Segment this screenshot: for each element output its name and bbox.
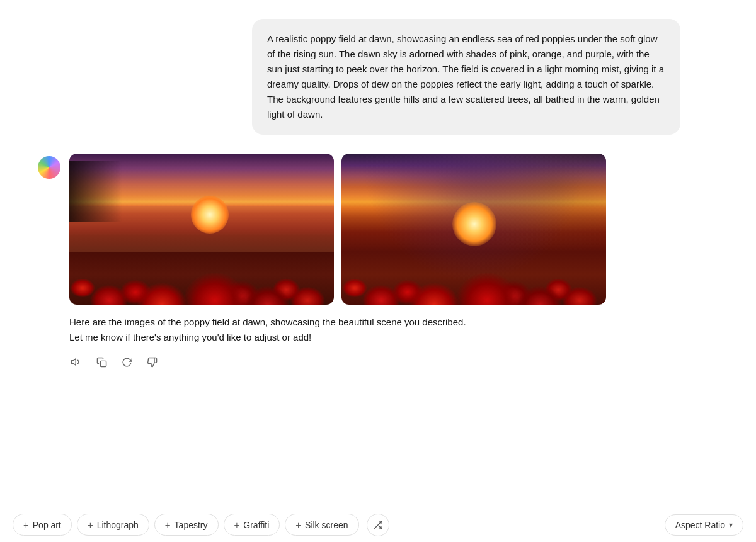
style-chip-pop-art[interactable]: + Pop art	[13, 514, 72, 536]
style-chip-graffiti-label: Graffiti	[243, 520, 269, 530]
style-chip-tapestry-label: Tapestry	[175, 520, 208, 530]
user-message-text: A realistic poppy field at dawn, showcas…	[267, 31, 665, 122]
images-row	[69, 154, 718, 305]
poppies-foreground-right	[341, 222, 606, 305]
plus-icon-graffiti: +	[234, 519, 240, 530]
style-chip-graffiti[interactable]: + Graffiti	[224, 514, 280, 536]
trees-silhouette-left	[69, 161, 122, 222]
chat-area: A realistic poppy field at dawn, showcas…	[0, 0, 756, 507]
aspect-ratio-label: Aspect Ratio	[675, 520, 725, 530]
assistant-text: Here are the images of the poppy field a…	[69, 315, 718, 345]
style-chip-lithograph[interactable]: + Lithograph	[77, 514, 149, 536]
style-chip-silk-screen[interactable]: + Silk screen	[285, 514, 358, 536]
plus-icon-pop-art: +	[23, 519, 29, 530]
thumbs-down-icon[interactable]	[145, 355, 159, 369]
plus-icon-lithograph: +	[88, 519, 93, 530]
avatar	[38, 156, 60, 179]
style-chip-pop-art-label: Pop art	[33, 520, 61, 530]
assistant-content: Here are the images of the poppy field a…	[69, 154, 718, 369]
plus-icon-tapestry: +	[165, 519, 171, 530]
poppy-image-right[interactable]	[341, 154, 606, 305]
feedback-row	[69, 355, 718, 369]
refresh-icon[interactable]	[120, 355, 134, 369]
user-message-bubble: A realistic poppy field at dawn, showcas…	[252, 19, 680, 135]
style-chip-tapestry[interactable]: + Tapestry	[154, 514, 219, 536]
chevron-down-icon: ▾	[729, 521, 733, 529]
style-chip-silk-screen-label: Silk screen	[305, 520, 348, 530]
aspect-ratio-button[interactable]: Aspect Ratio ▾	[665, 514, 743, 536]
svg-marker-0	[72, 359, 76, 366]
style-chip-lithograph-label: Lithograph	[97, 520, 139, 530]
speaker-icon[interactable]	[69, 355, 83, 369]
poppies-foreground-left	[69, 222, 334, 305]
poppy-image-left[interactable]	[69, 154, 334, 305]
assistant-message: Here are the images of the poppy field a…	[38, 154, 718, 369]
bottom-toolbar: + Pop art + Lithograph + Tapestry + Graf…	[0, 507, 756, 542]
svg-rect-1	[100, 361, 106, 366]
copy-icon[interactable]	[94, 355, 108, 369]
plus-icon-silk-screen: +	[295, 519, 301, 530]
shuffle-button[interactable]	[367, 514, 389, 536]
